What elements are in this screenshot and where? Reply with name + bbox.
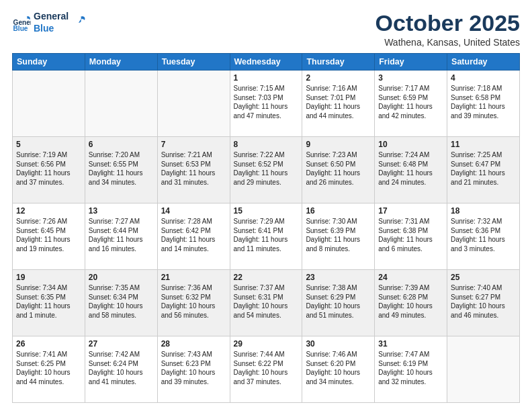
table-row: 27Sunrise: 7:42 AM Sunset: 6:24 PM Dayli… [85, 336, 157, 403]
day-info: Sunrise: 7:21 AM Sunset: 6:53 PM Dayligh… [161, 150, 226, 187]
day-info: Sunrise: 7:25 AM Sunset: 6:47 PM Dayligh… [451, 150, 516, 187]
day-number: 13 [89, 206, 154, 216]
day-info: Sunrise: 7:22 AM Sunset: 6:52 PM Dayligh… [234, 150, 299, 187]
table-row: 30Sunrise: 7:46 AM Sunset: 6:20 PM Dayli… [302, 336, 375, 403]
day-info: Sunrise: 7:17 AM Sunset: 6:59 PM Dayligh… [378, 84, 443, 120]
col-monday: Monday [85, 54, 157, 71]
table-row: 22Sunrise: 7:37 AM Sunset: 6:31 PM Dayli… [230, 270, 302, 336]
table-row [13, 71, 85, 137]
col-tuesday: Tuesday [157, 54, 230, 71]
day-info: Sunrise: 7:19 AM Sunset: 6:56 PM Dayligh… [16, 150, 81, 187]
logo-icon: General Blue [12, 13, 31, 32]
day-number: 4 [451, 73, 516, 83]
table-row: 3Sunrise: 7:17 AM Sunset: 6:59 PM Daylig… [375, 71, 447, 137]
day-number: 31 [378, 339, 443, 349]
day-number: 3 [378, 73, 443, 83]
day-info: Sunrise: 7:30 AM Sunset: 6:39 PM Dayligh… [306, 217, 371, 253]
table-row: 28Sunrise: 7:43 AM Sunset: 6:23 PM Dayli… [157, 336, 230, 403]
table-row: 20Sunrise: 7:35 AM Sunset: 6:34 PM Dayli… [85, 270, 157, 336]
month-title: October 2025 [375, 11, 520, 36]
day-number: 29 [234, 339, 299, 349]
page: General Blue General Blue October 2025 W… [0, 0, 532, 411]
day-number: 23 [306, 273, 371, 282]
table-row: 6Sunrise: 7:20 AM Sunset: 6:55 PM Daylig… [85, 137, 157, 203]
day-number: 25 [451, 273, 516, 282]
logo-general: General [34, 11, 69, 23]
day-number: 22 [234, 273, 299, 282]
day-info: Sunrise: 7:27 AM Sunset: 6:44 PM Dayligh… [89, 217, 154, 253]
table-row: 9Sunrise: 7:23 AM Sunset: 6:50 PM Daylig… [302, 137, 375, 203]
table-row: 24Sunrise: 7:39 AM Sunset: 6:28 PM Dayli… [375, 270, 447, 336]
day-info: Sunrise: 7:46 AM Sunset: 6:20 PM Dayligh… [306, 350, 371, 386]
title-block: October 2025 Wathena, Kansas, United Sta… [375, 11, 520, 48]
day-number: 16 [306, 206, 371, 216]
day-info: Sunrise: 7:40 AM Sunset: 6:27 PM Dayligh… [451, 283, 516, 320]
day-number: 19 [16, 273, 81, 282]
day-number: 18 [451, 206, 516, 216]
day-number: 7 [161, 140, 226, 149]
table-row: 15Sunrise: 7:29 AM Sunset: 6:41 PM Dayli… [230, 203, 302, 270]
table-row [85, 71, 157, 137]
table-row: 21Sunrise: 7:36 AM Sunset: 6:32 PM Dayli… [157, 270, 230, 336]
day-info: Sunrise: 7:35 AM Sunset: 6:34 PM Dayligh… [89, 283, 154, 320]
table-row: 25Sunrise: 7:40 AM Sunset: 6:27 PM Dayli… [447, 270, 520, 336]
day-info: Sunrise: 7:31 AM Sunset: 6:38 PM Dayligh… [378, 217, 443, 253]
day-number: 14 [161, 206, 226, 216]
location: Wathena, Kansas, United States [375, 37, 520, 48]
table-row: 1Sunrise: 7:15 AM Sunset: 7:03 PM Daylig… [230, 71, 302, 137]
day-number: 9 [306, 140, 371, 149]
day-number: 15 [234, 206, 299, 216]
svg-text:Blue: Blue [13, 25, 28, 32]
day-info: Sunrise: 7:47 AM Sunset: 6:19 PM Dayligh… [378, 350, 443, 386]
col-sunday: Sunday [13, 54, 85, 71]
table-row: 4Sunrise: 7:18 AM Sunset: 6:58 PM Daylig… [447, 71, 520, 137]
day-number: 21 [161, 273, 226, 282]
day-number: 26 [16, 339, 81, 349]
table-row: 16Sunrise: 7:30 AM Sunset: 6:39 PM Dayli… [302, 203, 375, 270]
day-info: Sunrise: 7:29 AM Sunset: 6:41 PM Dayligh… [234, 217, 299, 253]
day-info: Sunrise: 7:34 AM Sunset: 6:35 PM Dayligh… [16, 283, 81, 320]
table-row: 26Sunrise: 7:41 AM Sunset: 6:25 PM Dayli… [13, 336, 85, 403]
day-info: Sunrise: 7:23 AM Sunset: 6:50 PM Dayligh… [306, 150, 371, 187]
day-number: 12 [16, 206, 81, 216]
day-info: Sunrise: 7:20 AM Sunset: 6:55 PM Dayligh… [89, 150, 154, 187]
table-row: 23Sunrise: 7:38 AM Sunset: 6:29 PM Dayli… [302, 270, 375, 336]
calendar-table: Sunday Monday Tuesday Wednesday Thursday… [12, 53, 520, 403]
logo: General Blue General Blue [12, 11, 87, 34]
day-info: Sunrise: 7:28 AM Sunset: 6:42 PM Dayligh… [161, 217, 226, 253]
logo-blue: Blue [34, 23, 69, 35]
day-number: 28 [161, 339, 226, 349]
day-info: Sunrise: 7:43 AM Sunset: 6:23 PM Dayligh… [161, 350, 226, 386]
table-row: 8Sunrise: 7:22 AM Sunset: 6:52 PM Daylig… [230, 137, 302, 203]
calendar-header-row: Sunday Monday Tuesday Wednesday Thursday… [13, 54, 520, 71]
table-row: 7Sunrise: 7:21 AM Sunset: 6:53 PM Daylig… [157, 137, 230, 203]
day-info: Sunrise: 7:32 AM Sunset: 6:36 PM Dayligh… [451, 217, 516, 253]
day-number: 2 [306, 73, 371, 83]
day-number: 8 [234, 140, 299, 149]
day-number: 20 [89, 273, 154, 282]
day-info: Sunrise: 7:44 AM Sunset: 6:22 PM Dayligh… [234, 350, 299, 386]
table-row: 31Sunrise: 7:47 AM Sunset: 6:19 PM Dayli… [375, 336, 447, 403]
table-row: 12Sunrise: 7:26 AM Sunset: 6:45 PM Dayli… [13, 203, 85, 270]
col-friday: Friday [375, 54, 447, 71]
table-row: 5Sunrise: 7:19 AM Sunset: 6:56 PM Daylig… [13, 137, 85, 203]
header: General Blue General Blue October 2025 W… [12, 11, 520, 48]
table-row: 29Sunrise: 7:44 AM Sunset: 6:22 PM Dayli… [230, 336, 302, 403]
day-info: Sunrise: 7:26 AM Sunset: 6:45 PM Dayligh… [16, 217, 81, 253]
col-wednesday: Wednesday [230, 54, 302, 71]
day-number: 1 [234, 73, 299, 83]
day-info: Sunrise: 7:18 AM Sunset: 6:58 PM Dayligh… [451, 84, 516, 120]
day-number: 6 [89, 140, 154, 149]
day-info: Sunrise: 7:38 AM Sunset: 6:29 PM Dayligh… [306, 283, 371, 320]
table-row: 14Sunrise: 7:28 AM Sunset: 6:42 PM Dayli… [157, 203, 230, 270]
table-row [157, 71, 230, 137]
day-number: 11 [451, 140, 516, 149]
table-row: 13Sunrise: 7:27 AM Sunset: 6:44 PM Dayli… [85, 203, 157, 270]
day-info: Sunrise: 7:36 AM Sunset: 6:32 PM Dayligh… [161, 283, 226, 320]
day-number: 10 [378, 140, 443, 149]
table-row: 11Sunrise: 7:25 AM Sunset: 6:47 PM Dayli… [447, 137, 520, 203]
day-info: Sunrise: 7:15 AM Sunset: 7:03 PM Dayligh… [234, 84, 299, 120]
table-row [447, 336, 520, 403]
table-row: 17Sunrise: 7:31 AM Sunset: 6:38 PM Dayli… [375, 203, 447, 270]
day-info: Sunrise: 7:42 AM Sunset: 6:24 PM Dayligh… [89, 350, 154, 386]
